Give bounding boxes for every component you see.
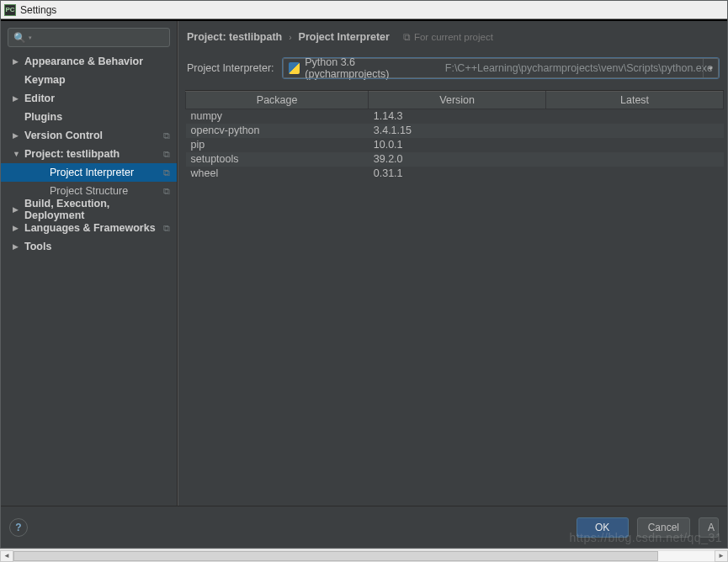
copy-icon: ⧉ [163,186,170,197]
chevron-right-icon: ▶ [13,57,21,66]
interpreter-path: F:\C++Learning\pycharmprojects\venv\Scri… [445,62,713,74]
hint-label: For current project [414,32,493,42]
scroll-thumb[interactable] [13,551,658,561]
sidebar-item-label: Editor [24,93,55,104]
breadcrumb-separator: › [289,33,291,42]
cell-version: 10.0.1 [369,138,546,152]
interpreter-label: Project Interpreter: [187,62,274,74]
table-row[interactable]: pip10.0.1 [186,138,724,152]
sidebar-item-label: Project Structure [50,185,128,197]
body-area: 🔍 ▾ ▶Appearance & Behavior▶Keymap▶Editor… [1,19,727,506]
app-icon: PC [4,4,16,16]
sidebar-item-version-control[interactable]: ▶Version Control⧉ [1,126,177,145]
sidebar-item-label: Appearance & Behavior [24,56,143,67]
sidebar-item-build-execution-deployment[interactable]: ▶Build, Execution, Deployment [1,200,177,219]
chevron-down-icon: ▼ [13,150,21,158]
cell-version: 3.4.1.15 [369,124,546,138]
chevron-right-icon: ▶ [13,94,21,103]
ok-button[interactable]: OK [577,517,629,538]
cell-version: 39.2.0 [369,152,546,167]
sidebar-item-keymap[interactable]: ▶Keymap [1,71,177,89]
settings-tree: ▶Appearance & Behavior▶Keymap▶Editor▶Plu… [1,52,177,506]
table-row[interactable]: setuptools39.2.0 [186,152,724,167]
table-header-row: Package Version Latest [186,92,724,109]
copy-icon: ⧉ [163,167,170,178]
interpreter-name: Python 3.6 (pycharmprojects) [305,56,440,80]
window-title: Settings [20,4,56,16]
packages-table-wrap: Package Version Latest numpy1.14.3opencv… [185,90,724,506]
cell-latest [546,124,724,138]
table-row[interactable]: numpy1.14.3 [186,109,724,124]
scroll-left-button[interactable]: ◄ [0,550,13,562]
sidebar-item-label: Tools [24,241,51,252]
cell-package: pip [186,138,369,152]
chevron-right-icon: ▶ [13,205,21,214]
sidebar-item-label: Keymap [24,74,66,86]
sidebar-item-label: Languages & Frameworks [24,222,156,234]
settings-window: PC Settings 🔍 ▾ ▶Appearance & Behavior▶K… [0,0,728,549]
sidebar-item-label: Project: testlibpath [24,148,120,160]
copy-icon: ⧉ [163,149,170,160]
apply-button[interactable]: A [699,517,719,538]
sidebar-item-label: Project Interpreter [50,167,134,178]
python-icon [289,62,300,74]
main-panel: Project: testlibpath › Project Interpret… [178,21,727,506]
breadcrumb-project: Project: testlibpath [187,31,282,43]
copy-icon: ⧉ [403,32,411,43]
cell-package: setuptools [186,152,369,167]
help-button[interactable]: ? [9,518,28,537]
sidebar-item-languages-frameworks[interactable]: ▶Languages & Frameworks⧉ [1,219,177,237]
horizontal-scrollbar[interactable]: ◄ ► [0,549,728,562]
sidebar-item-label: Version Control [24,130,103,141]
copy-icon: ⧉ [163,223,170,234]
chevron-right-icon: ▶ [13,131,21,140]
for-current-project-hint: ⧉ For current project [403,32,493,43]
chevron-down-icon[interactable]: ▼ [703,59,718,77]
cell-version: 1.14.3 [369,109,546,124]
cell-version: 0.31.1 [369,167,546,181]
search-icon: 🔍 [13,32,26,44]
chevron-right-icon: ▶ [13,242,21,251]
cell-latest [546,152,724,167]
interpreter-row: Project Interpreter: Python 3.6 (pycharm… [178,50,727,87]
sidebar-item-project-testlibpath[interactable]: ▼Project: testlibpath⧉ [1,145,177,163]
col-latest-header[interactable]: Latest [546,92,724,109]
cancel-button[interactable]: Cancel [637,517,690,538]
scroll-track[interactable] [13,550,715,562]
cell-package: numpy [186,109,369,124]
cell-latest [546,109,724,124]
cell-latest [546,138,724,152]
scroll-right-button[interactable]: ► [715,550,728,562]
table-row[interactable]: opencv-python3.4.1.15 [186,124,724,138]
footer-buttons: OK Cancel A [577,517,719,538]
sidebar-item-tools[interactable]: ▶Tools [1,237,177,256]
breadcrumb: Project: testlibpath › Project Interpret… [178,21,727,50]
cell-package: opencv-python [186,124,369,138]
sidebar-item-appearance-behavior[interactable]: ▶Appearance & Behavior [1,52,177,71]
interpreter-select[interactable]: Python 3.6 (pycharmprojects) F:\C++Learn… [283,58,719,78]
sidebar-item-project-interpreter[interactable]: ▶Project Interpreter⧉ [1,163,177,182]
settings-sidebar: 🔍 ▾ ▶Appearance & Behavior▶Keymap▶Editor… [1,21,178,506]
sidebar-item-label: Plugins [24,111,62,123]
sidebar-item-plugins[interactable]: ▶Plugins [1,108,177,126]
breadcrumb-page: Project Interpreter [299,31,390,43]
search-wrap: 🔍 ▾ [1,21,177,52]
packages-table: Package Version Latest numpy1.14.3opencv… [185,91,724,181]
chevron-right-icon: ▶ [13,224,21,232]
chevron-down-icon: ▾ [29,34,32,41]
table-row[interactable]: wheel0.31.1 [186,167,724,181]
col-version-header[interactable]: Version [369,92,546,109]
footer: ? OK Cancel A https://blog.csdn.net/qq_3… [1,506,727,548]
sidebar-item-editor[interactable]: ▶Editor [1,89,177,108]
copy-icon: ⧉ [163,130,170,141]
col-package-header[interactable]: Package [186,92,369,109]
cell-latest [546,167,724,181]
titlebar: PC Settings [1,1,727,19]
search-input[interactable]: 🔍 ▾ [8,28,170,47]
cell-package: wheel [186,167,369,181]
sidebar-item-label: Build, Execution, Deployment [24,198,172,221]
